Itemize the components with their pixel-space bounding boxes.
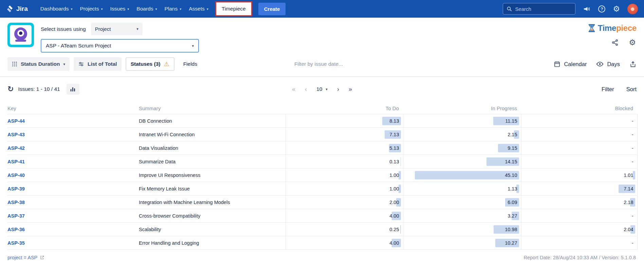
header-action-icons: ⚙ <box>611 39 636 46</box>
nav-item-projects[interactable]: Projects▾ <box>76 3 106 15</box>
select-mode-dropdown[interactable]: Project ▾ <box>91 23 143 35</box>
column-header-in-progress[interactable]: In Progress <box>403 103 521 114</box>
chart-view-button[interactable] <box>67 84 79 95</box>
table-row: ASP-38Integration with Machine Learning … <box>7 196 637 209</box>
duration-value: 1.01 <box>624 173 637 178</box>
issue-key-link[interactable]: ASP-38 <box>7 200 25 205</box>
nav-item-timepiece[interactable]: Timepiece <box>215 1 252 16</box>
statuses-button[interactable]: Statuses (3) ⚠ <box>126 57 174 71</box>
cell-blocked: - <box>521 209 637 223</box>
duration-value: 3.27 <box>508 213 521 219</box>
chevron-down-icon: ▾ <box>192 44 194 48</box>
report-toolbar: Status Duration ▾ List of Total Statuses… <box>0 56 644 77</box>
issue-key-link[interactable]: ASP-35 <box>7 240 25 246</box>
next-page-button[interactable]: › <box>337 86 339 92</box>
calendar-view-button[interactable]: Calendar <box>554 61 587 67</box>
navbar-right: ? ⚙ ☻ <box>503 3 638 15</box>
grid-icon <box>12 61 17 67</box>
issue-date-filter[interactable]: Filter by issue date... <box>294 61 343 67</box>
column-header-key[interactable]: Key <box>7 103 139 114</box>
duration-value: 11.15 <box>505 118 521 124</box>
user-avatar[interactable]: ☻ <box>627 4 638 14</box>
days-label: Days <box>607 61 620 67</box>
column-header-summary[interactable]: Summary <box>139 103 286 114</box>
nav-item-label: Boards <box>136 6 153 12</box>
cell-summary: Intranet Wi-Fi Connection <box>139 128 286 141</box>
help-icon[interactable]: ? <box>598 5 605 13</box>
sort-button[interactable]: Sort <box>626 86 637 93</box>
calendar-icon <box>554 61 560 67</box>
table-row: ASP-44DB Connection8.1311.15- <box>7 114 637 128</box>
cell-key: ASP-41 <box>7 155 139 168</box>
nav-item-dashboards[interactable]: Dashboards▾ <box>37 3 76 15</box>
cell-summary: Error Handling and Logging <box>139 236 286 250</box>
page-size-select[interactable]: 10 ▾ <box>316 86 328 92</box>
project-dropdown[interactable]: ASP - ATeam Scrum Project ▾ <box>41 39 199 53</box>
report-settings-gear-icon[interactable]: ⚙ <box>629 39 636 46</box>
report-date-text: Report Date: 28/Aug/24 10:33 AM / Versio… <box>524 255 636 260</box>
navbar-search[interactable] <box>503 3 575 15</box>
settings-gear-icon[interactable]: ⚙ <box>613 5 620 13</box>
duration-value: 10.27 <box>505 240 521 246</box>
duration-value: 8.13 <box>389 118 403 124</box>
duration-value: 0.13 <box>389 159 403 164</box>
issue-key-link[interactable]: ASP-36 <box>7 227 25 232</box>
header-right: Timepiece ⚙ <box>587 23 637 53</box>
issue-key-link[interactable]: ASP-42 <box>7 145 25 151</box>
issue-key-link[interactable]: ASP-40 <box>7 173 25 178</box>
list-of-total-button[interactable]: List of Total <box>74 57 122 71</box>
duration-value: 0.25 <box>389 227 403 232</box>
duration-value: 2.00 <box>389 200 403 205</box>
project-app-icon-inner <box>10 25 32 45</box>
fields-button[interactable]: Fields <box>181 61 199 67</box>
first-page-button[interactable]: « <box>292 86 295 92</box>
jira-brand-text: Jira <box>16 5 28 13</box>
issue-key-link[interactable]: ASP-44 <box>7 118 25 124</box>
cell-summary: Summarize Data <box>139 155 286 168</box>
column-header-todo[interactable]: To Do <box>286 103 403 114</box>
project-app-icon <box>7 23 34 47</box>
duration-value: - <box>632 145 637 151</box>
share-icon[interactable] <box>611 39 619 46</box>
duration-value: - <box>632 132 637 137</box>
cell-todo: 8.13 <box>286 114 403 128</box>
days-view-button[interactable]: Days <box>596 60 620 68</box>
nav-item-issues[interactable]: Issues▾ <box>106 3 133 15</box>
filter-button[interactable]: Filter <box>602 86 614 93</box>
toolbar-left: Status Duration ▾ List of Total Statuses… <box>7 57 199 71</box>
cell-key: ASP-44 <box>7 114 139 128</box>
refresh-icon[interactable]: ↻ <box>7 85 14 93</box>
export-icon[interactable] <box>629 61 637 68</box>
issue-key-link[interactable]: ASP-43 <box>7 132 25 137</box>
duration-value: 4.00 <box>389 240 403 246</box>
last-page-button[interactable]: » <box>349 86 352 92</box>
create-button[interactable]: Create <box>258 3 286 15</box>
duration-value: 2.04 <box>624 227 637 232</box>
issue-key-link[interactable]: ASP-41 <box>7 159 25 164</box>
calendar-label: Calendar <box>564 61 587 67</box>
issue-key-link[interactable]: ASP-39 <box>7 186 25 191</box>
nav-item-boards[interactable]: Boards▾ <box>133 3 161 15</box>
search-input[interactable] <box>515 6 572 12</box>
alien-mascot-icon <box>14 27 27 40</box>
jql-filter-link[interactable]: project = ASP <box>7 255 44 260</box>
status-duration-label: Status Duration <box>21 61 60 67</box>
nav-item-assets[interactable]: Assets▾ <box>185 3 212 15</box>
cell-summary: Data Visualization <box>139 141 286 155</box>
issue-key-link[interactable]: ASP-37 <box>7 213 25 219</box>
announcement-icon[interactable] <box>583 5 591 13</box>
prev-page-button[interactable]: ‹ <box>305 86 307 92</box>
eye-icon <box>596 60 604 68</box>
cell-key: ASP-37 <box>7 209 139 223</box>
nav-item-label: Assets <box>189 6 205 12</box>
nav-item-plans[interactable]: Plans▾ <box>161 3 185 15</box>
cell-in-progress: 2.15 <box>403 128 521 141</box>
cell-summary: Integration with Machine Learning Models <box>139 196 286 209</box>
cell-in-progress: 14.15 <box>403 155 521 168</box>
status-duration-dropdown[interactable]: Status Duration ▾ <box>7 57 70 71</box>
duration-value: - <box>632 118 637 124</box>
column-header-blocked[interactable]: Blocked <box>521 103 637 114</box>
jira-logo[interactable]: Jira <box>6 5 28 13</box>
table-row: ASP-39Fix Memory Leak Issue1.001.137.14 <box>7 182 637 196</box>
table-row: ASP-43Intranet Wi-Fi Connection7.132.15- <box>7 128 637 141</box>
